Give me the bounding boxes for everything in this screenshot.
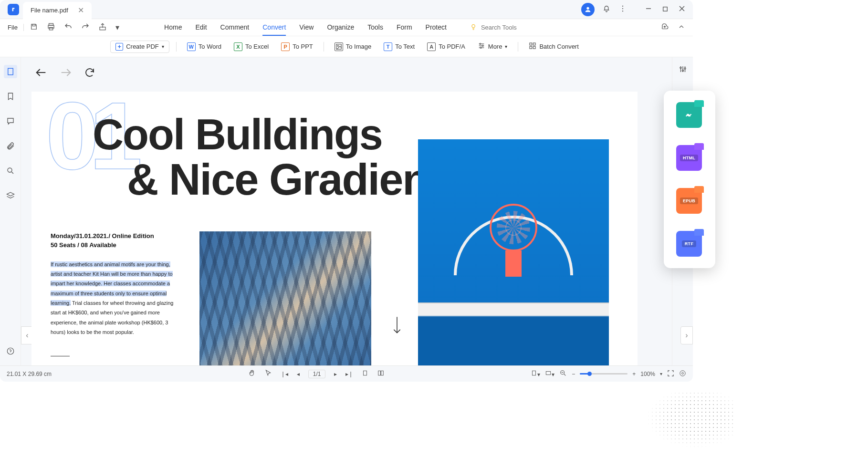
minimize-button[interactable] (645, 5, 652, 14)
thumbnails-icon[interactable] (4, 65, 17, 78)
svg-marker-29 (7, 192, 14, 196)
svg-rect-42 (381, 371, 384, 375)
zoom-out-icon[interactable] (559, 369, 567, 378)
fullscreen-icon[interactable] (667, 370, 674, 378)
help-icon[interactable] (4, 344, 17, 358)
svg-rect-41 (378, 371, 381, 375)
to-text-button[interactable]: TTo Text (380, 41, 418, 53)
select-tool-icon[interactable] (264, 369, 272, 378)
bookmark-icon[interactable] (4, 90, 17, 103)
svg-line-28 (11, 172, 13, 174)
svg-rect-44 (546, 372, 551, 375)
svg-point-19 (480, 43, 481, 45)
rtf-format-icon[interactable]: RTF (676, 231, 702, 257)
convert-toolbar: + Create PDF ▾ WTo Word XTo Excel PTo PP… (0, 36, 693, 57)
body-text: If rustic aesthetics and animal motifs a… (51, 260, 175, 337)
menu-convert[interactable]: Convert (262, 20, 286, 36)
back-icon[interactable] (34, 66, 48, 81)
menubar: File ▾ Home Edit Comment Convert View Or… (0, 19, 693, 36)
svg-rect-11 (49, 27, 53, 30)
menu-home[interactable]: Home (164, 20, 182, 36)
attachment-icon[interactable] (4, 139, 17, 153)
svg-point-1 (622, 5, 623, 6)
last-page-icon[interactable]: ▸❘ (345, 371, 353, 377)
menu-organize[interactable]: Organize (327, 20, 354, 36)
read-mode-icon[interactable] (679, 370, 686, 378)
fit-page-icon[interactable]: ▾ (531, 370, 540, 378)
svg-line-47 (564, 374, 565, 375)
svg-rect-26 (8, 68, 13, 75)
chevron-up-icon[interactable] (678, 23, 685, 32)
batch-convert-button[interactable]: Batch Convert (525, 40, 582, 53)
account-icon[interactable] (581, 3, 595, 16)
html-format-icon[interactable]: HTML (676, 145, 702, 171)
svg-point-2 (622, 8, 623, 9)
prev-page-icon[interactable]: ◂ (297, 371, 300, 377)
svg-rect-22 (530, 43, 532, 45)
minus-icon[interactable]: − (572, 371, 575, 377)
close-window-button[interactable] (679, 5, 685, 14)
svg-rect-43 (533, 371, 536, 375)
document-tab[interactable]: File name.pdf ✕ (23, 2, 92, 19)
file-menu[interactable]: File (8, 24, 24, 31)
search-tools-input[interactable] (481, 24, 529, 31)
close-tab-icon[interactable]: ✕ (78, 6, 84, 15)
more-icon[interactable] (618, 4, 627, 15)
facing-page-icon[interactable] (377, 370, 385, 378)
share-icon[interactable] (98, 22, 107, 33)
hand-tool-icon[interactable] (248, 369, 256, 378)
svg-rect-23 (533, 43, 536, 45)
svg-point-13 (472, 24, 475, 28)
page-field[interactable]: 1/1 (308, 370, 325, 378)
expand-right-icon[interactable]: › (680, 326, 693, 344)
scroll-down-icon (390, 316, 404, 337)
menu-view[interactable]: View (299, 20, 314, 36)
redo-icon[interactable] (81, 22, 90, 33)
to-pdfa-button[interactable]: ATo PDF/A (423, 41, 469, 53)
save-icon[interactable] (30, 22, 38, 33)
layers-icon[interactable] (4, 189, 17, 202)
maximize-button[interactable] (662, 5, 668, 14)
to-excel-button[interactable]: XTo Excel (230, 41, 272, 53)
reload-icon[interactable] (84, 67, 95, 80)
document-page: 01 Cool Bulldings & Nice Gradients (31, 92, 638, 365)
menu-comment[interactable]: Comment (220, 20, 250, 36)
folder-convert-icon[interactable] (676, 102, 702, 128)
meta-line2: 50 Seats / 08 Available (51, 241, 116, 249)
menu-edit[interactable]: Edit (195, 20, 207, 36)
window-titlebar: File name.pdf ✕ (0, 0, 693, 19)
bell-icon[interactable] (602, 4, 611, 15)
menu-protect[interactable]: Protect (426, 20, 447, 36)
single-page-icon[interactable] (362, 370, 368, 378)
epub-format-icon[interactable]: EPUB (676, 188, 702, 214)
sliders-icon (478, 42, 485, 51)
search-icon[interactable] (4, 164, 17, 177)
to-word-button[interactable]: WTo Word (183, 41, 225, 53)
first-page-icon[interactable]: ❘◂ (281, 371, 288, 377)
next-page-icon[interactable]: ▸ (334, 371, 337, 377)
more-convert-button[interactable]: More ▾ (474, 40, 512, 53)
menu-tools[interactable]: Tools (367, 20, 383, 36)
cloud-icon[interactable] (660, 22, 669, 33)
fit-width-icon[interactable]: ▾ (545, 370, 554, 378)
settings-icon[interactable] (679, 65, 687, 75)
zoom-slider[interactable] (580, 373, 627, 375)
highlighted-text[interactable]: If rustic aesthetics and animal motifs a… (51, 261, 173, 306)
create-pdf-button[interactable]: + Create PDF ▾ (110, 41, 169, 53)
plus-icon[interactable]: + (632, 371, 636, 377)
left-sidebar (0, 57, 21, 365)
to-image-button[interactable]: To Image (331, 41, 375, 53)
svg-point-48 (680, 370, 685, 375)
dimensions-text: 21.01 X 29.69 cm (7, 371, 102, 377)
menu-form[interactable]: Form (397, 20, 412, 36)
to-ppt-button[interactable]: PTo PPT (277, 41, 317, 53)
comment-icon[interactable] (4, 114, 17, 128)
svg-rect-8 (32, 24, 35, 26)
app-logo (8, 4, 19, 15)
dropdown-icon[interactable]: ▾ (115, 23, 119, 32)
basketball-image (418, 139, 609, 365)
svg-point-0 (586, 7, 589, 9)
forward-icon[interactable] (59, 66, 73, 81)
undo-icon[interactable] (64, 22, 73, 33)
print-icon[interactable] (47, 22, 55, 33)
